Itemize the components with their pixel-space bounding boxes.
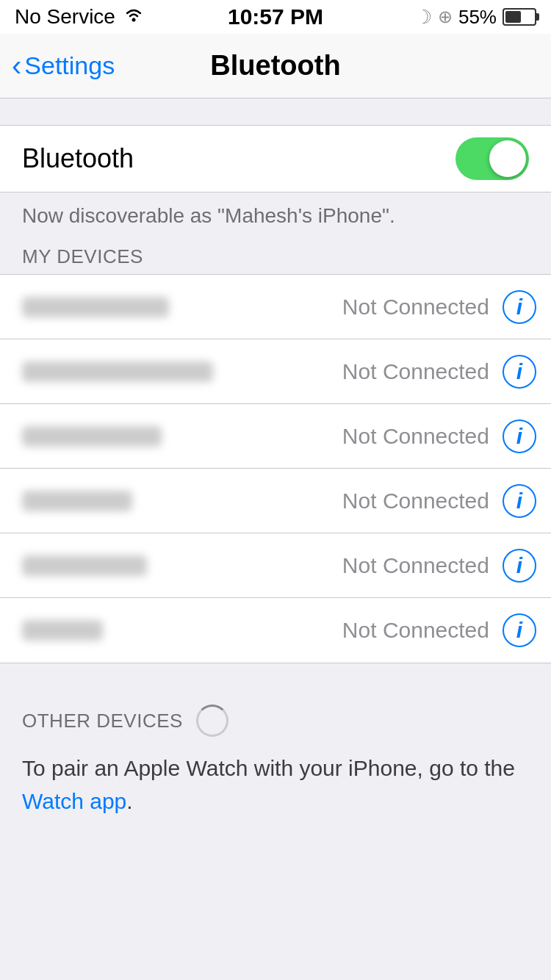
device-status: Not Connected [342,618,489,643]
toggle-knob [489,140,526,177]
status-bar: No Service 10:57 PM ☽ ⊕ 55% [0,0,551,34]
battery-fill [505,11,521,23]
carrier-label: No Service [15,5,115,29]
device-row[interactable]: Not Connected i [0,469,551,533]
status-left: No Service [15,5,145,29]
device-right: Not Connected i [342,484,536,518]
device-name-blurred [22,361,213,382]
lock-icon: ⊕ [438,7,453,27]
bluetooth-section: Bluetooth [0,125,551,192]
moon-icon: ☽ [415,6,432,29]
battery-percent: 55% [458,6,497,29]
my-devices-header: MY DEVICES [0,235,551,274]
device-right: Not Connected i [342,290,536,324]
device-row[interactable]: Not Connected i [0,404,551,469]
bluetooth-toggle-switch[interactable] [455,137,529,180]
device-info-button[interactable]: i [503,419,536,453]
bluetooth-toggle-label: Bluetooth [22,143,134,174]
discoverable-text: Now discoverable as "Mahesh's iPhone". [0,192,551,235]
wifi-icon [123,6,145,29]
device-row[interactable]: Not Connected i [0,339,551,404]
back-button[interactable]: ‹ Settings [12,51,115,80]
battery-icon [503,8,536,26]
other-devices-label: OTHER DEVICES [22,710,183,732]
device-info-button[interactable]: i [503,355,536,389]
other-devices-header: OTHER DEVICES [0,690,551,744]
device-right: Not Connected i [342,419,536,453]
device-status: Not Connected [342,489,489,514]
device-status: Not Connected [342,359,489,384]
top-spacer [0,98,551,125]
device-name-blurred [22,297,169,317]
device-row[interactable]: Not Connected i [0,598,551,663]
device-name-blurred [22,426,162,447]
svg-point-0 [132,18,135,21]
battery-tip [536,13,539,21]
pair-text-before: To pair an Apple Watch with your iPhone,… [22,756,515,780]
page-title: Bluetooth [210,50,340,82]
device-name-blurred [22,491,132,511]
device-info-button[interactable]: i [503,613,536,647]
device-row[interactable]: Not Connected i [0,275,551,339]
device-status: Not Connected [342,424,489,449]
status-right: ☽ ⊕ 55% [415,6,536,29]
bluetooth-toggle-row: Bluetooth [0,126,551,192]
mid-spacer [0,663,551,690]
nav-bar: ‹ Settings Bluetooth [0,34,551,98]
pair-text: To pair an Apple Watch with your iPhone,… [0,744,551,840]
scanning-spinner [196,705,228,737]
device-info-button[interactable]: i [503,290,536,324]
device-status: Not Connected [342,553,489,578]
device-right: Not Connected i [342,355,536,389]
device-right: Not Connected i [342,549,536,583]
device-status: Not Connected [342,295,489,320]
device-info-button[interactable]: i [503,484,536,518]
device-row[interactable]: Not Connected i [0,533,551,598]
status-time: 10:57 PM [228,4,323,29]
back-label: Settings [24,51,115,80]
device-name-blurred [22,555,147,576]
pair-text-after: . [126,789,132,813]
back-chevron-icon: ‹ [12,51,21,80]
watch-app-link[interactable]: Watch app [22,789,126,813]
device-info-button[interactable]: i [503,549,536,583]
device-right: Not Connected i [342,613,536,647]
device-list: Not Connected i Not Connected i Not Conn… [0,274,551,663]
device-name-blurred [22,620,103,641]
